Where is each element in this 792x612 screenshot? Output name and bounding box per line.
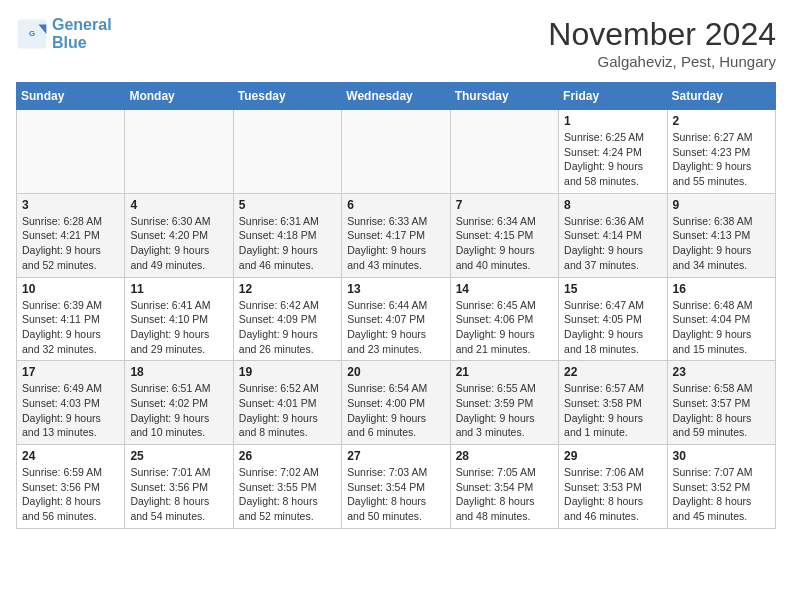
day-number: 1 [564, 114, 661, 128]
calendar-cell: 15Sunrise: 6:47 AMSunset: 4:05 PMDayligh… [559, 277, 667, 361]
day-number: 9 [673, 198, 770, 212]
calendar-cell [233, 110, 341, 194]
calendar-cell: 24Sunrise: 6:59 AMSunset: 3:56 PMDayligh… [17, 445, 125, 529]
day-number: 2 [673, 114, 770, 128]
calendar-cell: 26Sunrise: 7:02 AMSunset: 3:55 PMDayligh… [233, 445, 341, 529]
day-number: 4 [130, 198, 227, 212]
day-info: Sunrise: 6:48 AMSunset: 4:04 PMDaylight:… [673, 298, 770, 357]
calendar-week-row: 3Sunrise: 6:28 AMSunset: 4:21 PMDaylight… [17, 193, 776, 277]
day-info: Sunrise: 6:57 AMSunset: 3:58 PMDaylight:… [564, 381, 661, 440]
day-info: Sunrise: 6:36 AMSunset: 4:14 PMDaylight:… [564, 214, 661, 273]
day-number: 7 [456, 198, 553, 212]
calendar-cell: 23Sunrise: 6:58 AMSunset: 3:57 PMDayligh… [667, 361, 775, 445]
weekday-header-wednesday: Wednesday [342, 83, 450, 110]
day-info: Sunrise: 7:07 AMSunset: 3:52 PMDaylight:… [673, 465, 770, 524]
calendar-week-row: 10Sunrise: 6:39 AMSunset: 4:11 PMDayligh… [17, 277, 776, 361]
month-title: November 2024 [548, 16, 776, 53]
day-number: 22 [564, 365, 661, 379]
day-info: Sunrise: 6:55 AMSunset: 3:59 PMDaylight:… [456, 381, 553, 440]
calendar-cell [450, 110, 558, 194]
weekday-header-thursday: Thursday [450, 83, 558, 110]
day-info: Sunrise: 6:58 AMSunset: 3:57 PMDaylight:… [673, 381, 770, 440]
day-info: Sunrise: 6:33 AMSunset: 4:17 PMDaylight:… [347, 214, 444, 273]
calendar-cell: 14Sunrise: 6:45 AMSunset: 4:06 PMDayligh… [450, 277, 558, 361]
day-number: 23 [673, 365, 770, 379]
calendar-cell [17, 110, 125, 194]
calendar-cell: 20Sunrise: 6:54 AMSunset: 4:00 PMDayligh… [342, 361, 450, 445]
calendar-cell: 28Sunrise: 7:05 AMSunset: 3:54 PMDayligh… [450, 445, 558, 529]
page-header: G General Blue November 2024 Galgaheviz,… [16, 16, 776, 70]
calendar-cell: 10Sunrise: 6:39 AMSunset: 4:11 PMDayligh… [17, 277, 125, 361]
day-number: 5 [239, 198, 336, 212]
calendar-cell: 5Sunrise: 6:31 AMSunset: 4:18 PMDaylight… [233, 193, 341, 277]
day-number: 11 [130, 282, 227, 296]
day-info: Sunrise: 6:44 AMSunset: 4:07 PMDaylight:… [347, 298, 444, 357]
weekday-header-row: SundayMondayTuesdayWednesdayThursdayFrid… [17, 83, 776, 110]
day-number: 13 [347, 282, 444, 296]
day-number: 14 [456, 282, 553, 296]
day-number: 20 [347, 365, 444, 379]
logo: G General Blue [16, 16, 112, 51]
calendar-cell: 8Sunrise: 6:36 AMSunset: 4:14 PMDaylight… [559, 193, 667, 277]
day-info: Sunrise: 6:27 AMSunset: 4:23 PMDaylight:… [673, 130, 770, 189]
calendar-cell: 11Sunrise: 6:41 AMSunset: 4:10 PMDayligh… [125, 277, 233, 361]
calendar-cell: 7Sunrise: 6:34 AMSunset: 4:15 PMDaylight… [450, 193, 558, 277]
logo-line2: Blue [52, 34, 112, 52]
calendar-week-row: 17Sunrise: 6:49 AMSunset: 4:03 PMDayligh… [17, 361, 776, 445]
logo-icon: G [16, 18, 48, 50]
day-info: Sunrise: 6:59 AMSunset: 3:56 PMDaylight:… [22, 465, 119, 524]
calendar-cell: 21Sunrise: 6:55 AMSunset: 3:59 PMDayligh… [450, 361, 558, 445]
calendar-table: SundayMondayTuesdayWednesdayThursdayFrid… [16, 82, 776, 529]
day-info: Sunrise: 6:42 AMSunset: 4:09 PMDaylight:… [239, 298, 336, 357]
svg-text:G: G [29, 29, 35, 38]
day-info: Sunrise: 6:47 AMSunset: 4:05 PMDaylight:… [564, 298, 661, 357]
day-info: Sunrise: 7:03 AMSunset: 3:54 PMDaylight:… [347, 465, 444, 524]
calendar-cell: 27Sunrise: 7:03 AMSunset: 3:54 PMDayligh… [342, 445, 450, 529]
weekday-header-monday: Monday [125, 83, 233, 110]
calendar-week-row: 1Sunrise: 6:25 AMSunset: 4:24 PMDaylight… [17, 110, 776, 194]
day-number: 19 [239, 365, 336, 379]
day-number: 6 [347, 198, 444, 212]
title-area: November 2024 Galgaheviz, Pest, Hungary [548, 16, 776, 70]
calendar-cell: 16Sunrise: 6:48 AMSunset: 4:04 PMDayligh… [667, 277, 775, 361]
day-info: Sunrise: 6:25 AMSunset: 4:24 PMDaylight:… [564, 130, 661, 189]
calendar-cell: 30Sunrise: 7:07 AMSunset: 3:52 PMDayligh… [667, 445, 775, 529]
day-info: Sunrise: 6:39 AMSunset: 4:11 PMDaylight:… [22, 298, 119, 357]
day-number: 12 [239, 282, 336, 296]
day-number: 24 [22, 449, 119, 463]
day-info: Sunrise: 6:38 AMSunset: 4:13 PMDaylight:… [673, 214, 770, 273]
day-number: 30 [673, 449, 770, 463]
calendar-cell [342, 110, 450, 194]
calendar-week-row: 24Sunrise: 6:59 AMSunset: 3:56 PMDayligh… [17, 445, 776, 529]
calendar-cell: 22Sunrise: 6:57 AMSunset: 3:58 PMDayligh… [559, 361, 667, 445]
calendar-cell: 25Sunrise: 7:01 AMSunset: 3:56 PMDayligh… [125, 445, 233, 529]
day-info: Sunrise: 6:45 AMSunset: 4:06 PMDaylight:… [456, 298, 553, 357]
day-number: 16 [673, 282, 770, 296]
day-number: 21 [456, 365, 553, 379]
day-info: Sunrise: 7:02 AMSunset: 3:55 PMDaylight:… [239, 465, 336, 524]
day-number: 15 [564, 282, 661, 296]
day-info: Sunrise: 6:34 AMSunset: 4:15 PMDaylight:… [456, 214, 553, 273]
calendar-cell [125, 110, 233, 194]
weekday-header-saturday: Saturday [667, 83, 775, 110]
calendar-cell: 1Sunrise: 6:25 AMSunset: 4:24 PMDaylight… [559, 110, 667, 194]
day-number: 3 [22, 198, 119, 212]
day-number: 8 [564, 198, 661, 212]
day-number: 26 [239, 449, 336, 463]
location-title: Galgaheviz, Pest, Hungary [548, 53, 776, 70]
calendar-cell: 17Sunrise: 6:49 AMSunset: 4:03 PMDayligh… [17, 361, 125, 445]
day-info: Sunrise: 6:41 AMSunset: 4:10 PMDaylight:… [130, 298, 227, 357]
logo-line1: General [52, 16, 112, 33]
day-number: 28 [456, 449, 553, 463]
calendar-cell: 4Sunrise: 6:30 AMSunset: 4:20 PMDaylight… [125, 193, 233, 277]
day-info: Sunrise: 6:31 AMSunset: 4:18 PMDaylight:… [239, 214, 336, 273]
day-number: 17 [22, 365, 119, 379]
calendar-cell: 3Sunrise: 6:28 AMSunset: 4:21 PMDaylight… [17, 193, 125, 277]
calendar-cell: 12Sunrise: 6:42 AMSunset: 4:09 PMDayligh… [233, 277, 341, 361]
weekday-header-tuesday: Tuesday [233, 83, 341, 110]
day-number: 27 [347, 449, 444, 463]
calendar-cell: 9Sunrise: 6:38 AMSunset: 4:13 PMDaylight… [667, 193, 775, 277]
calendar-cell: 29Sunrise: 7:06 AMSunset: 3:53 PMDayligh… [559, 445, 667, 529]
calendar-cell: 18Sunrise: 6:51 AMSunset: 4:02 PMDayligh… [125, 361, 233, 445]
day-info: Sunrise: 6:52 AMSunset: 4:01 PMDaylight:… [239, 381, 336, 440]
